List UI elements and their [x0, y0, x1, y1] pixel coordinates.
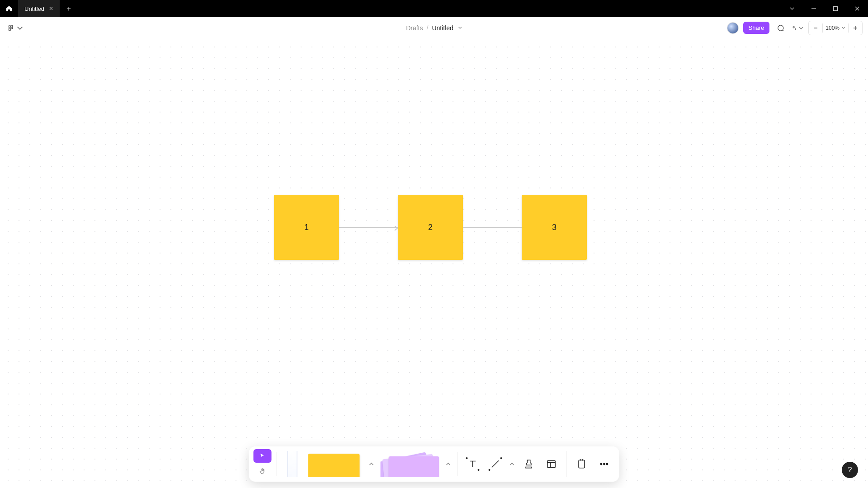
tab-title: Untitled: [24, 5, 44, 12]
titlebar-right: [781, 0, 868, 17]
svg-point-18: [604, 463, 605, 465]
breadcrumb-root[interactable]: Drafts: [406, 24, 423, 32]
user-avatar[interactable]: [727, 22, 739, 34]
zoom-in-button[interactable]: [849, 21, 862, 35]
zoom-level-dropdown[interactable]: 100%: [823, 25, 848, 31]
zoom-out-button[interactable]: [809, 21, 822, 35]
shape-options-chevron[interactable]: [444, 451, 453, 477]
svg-point-19: [606, 463, 608, 465]
pencil-icon: [288, 451, 297, 477]
app-header: Drafts / Untitled Share 100%: [0, 17, 868, 39]
window-minimize-button[interactable]: [803, 0, 825, 17]
bottom-toolbar: [249, 446, 619, 482]
new-tab-button[interactable]: ＋: [60, 4, 78, 14]
connector-line[interactable]: [463, 227, 522, 228]
svg-point-17: [600, 463, 602, 465]
help-button[interactable]: ?: [842, 462, 858, 478]
toolbar-divider: [458, 452, 458, 476]
zoom-controls: 100%: [808, 21, 863, 35]
titlebar-left: Untitled ✕ ＋: [0, 0, 78, 17]
breadcrumb-title[interactable]: Untitled: [432, 24, 453, 32]
arrowhead-icon: [393, 225, 398, 233]
ai-actions-button[interactable]: [791, 22, 804, 34]
sticky-note[interactable]: 3: [522, 195, 587, 260]
more-tools-button[interactable]: [594, 454, 615, 474]
sticky-swatch: [308, 454, 360, 477]
sticky-note[interactable]: 2: [398, 195, 463, 260]
connector-line[interactable]: [339, 227, 398, 228]
marker-tool[interactable]: [281, 451, 304, 477]
titlebar: Untitled ✕ ＋: [0, 0, 868, 17]
select-tool[interactable]: [254, 449, 272, 463]
sticky-label: 1: [304, 223, 309, 232]
header-left: [5, 23, 25, 33]
connector-options-chevron[interactable]: [508, 454, 517, 474]
svg-rect-1: [834, 7, 838, 11]
window-close-button[interactable]: [846, 0, 868, 17]
toolbar-divider: [276, 452, 277, 476]
chevron-down-icon[interactable]: [458, 26, 462, 30]
sticky-label: 2: [428, 223, 433, 232]
zoom-level-label: 100%: [826, 25, 840, 31]
shape-stack-icon: [389, 456, 439, 477]
breadcrumb[interactable]: Drafts / Untitled: [406, 24, 462, 32]
figma-menu-button[interactable]: [5, 23, 25, 33]
sticky-label: 3: [552, 223, 557, 232]
svg-point-4: [9, 25, 10, 27]
toolbar-divider: [566, 451, 567, 477]
share-button[interactable]: Share: [743, 22, 770, 34]
window-maximize-button[interactable]: [825, 0, 846, 17]
close-tab-icon[interactable]: ✕: [49, 5, 53, 12]
connector-tool[interactable]: [485, 454, 506, 474]
header-right: Share 100%: [727, 21, 863, 35]
svg-point-8: [9, 29, 10, 31]
stamp-tool[interactable]: [519, 454, 539, 474]
pointer-tools: [254, 449, 272, 477]
sticky-note[interactable]: 1: [274, 195, 339, 260]
dot-grid: [0, 39, 868, 488]
hand-tool[interactable]: [254, 465, 272, 477]
svg-point-7: [11, 27, 13, 29]
section-tool[interactable]: [541, 454, 562, 474]
svg-line-12: [492, 460, 499, 467]
document-tab[interactable]: Untitled ✕: [18, 0, 60, 17]
sticky-options-chevron[interactable]: [367, 451, 376, 477]
text-tool[interactable]: [462, 454, 483, 474]
widgets-tool[interactable]: [571, 454, 592, 474]
svg-rect-16: [579, 460, 585, 468]
breadcrumb-separator: /: [426, 24, 428, 32]
home-button[interactable]: [0, 0, 18, 17]
help-label: ?: [848, 466, 852, 474]
sticky-note-tool[interactable]: [308, 451, 363, 477]
canvas[interactable]: 123: [0, 39, 868, 488]
svg-point-5: [11, 25, 13, 27]
insert-tools: [462, 451, 615, 477]
comments-button[interactable]: [774, 22, 787, 34]
svg-rect-13: [547, 460, 555, 467]
window-dropdown-button[interactable]: [781, 0, 803, 17]
svg-point-6: [9, 27, 10, 29]
shape-tool[interactable]: [381, 451, 439, 477]
